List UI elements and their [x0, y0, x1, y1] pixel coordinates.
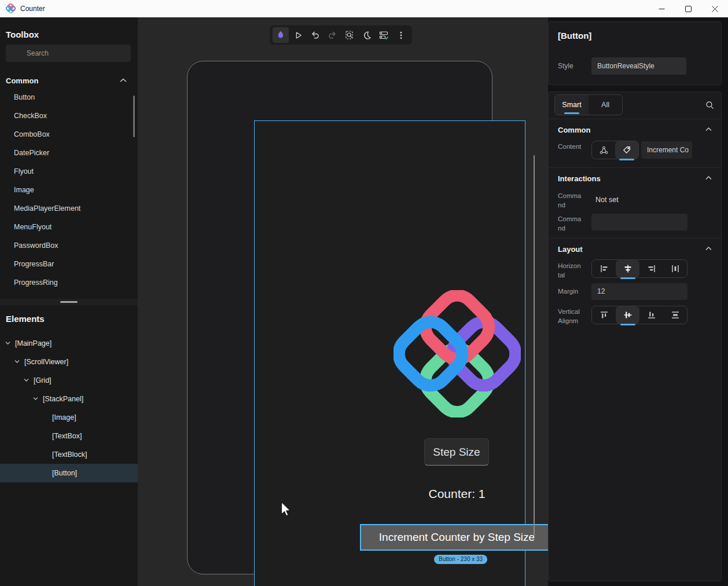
command-input-field[interactable] [591, 214, 687, 230]
checklist-icon [378, 30, 389, 41]
align-stretch-button[interactable] [663, 260, 687, 277]
search-icon [705, 100, 715, 110]
tree-item-scrollviewer[interactable]: [ScrollViewer] [0, 353, 138, 371]
binding-icon [599, 145, 609, 155]
command-label: Command [558, 215, 582, 233]
app-logo-icon [6, 3, 16, 13]
toolbox-item-combobox[interactable]: ComboBox [0, 125, 138, 144]
toolbox-item-progressring[interactable]: ProgressRing [0, 273, 138, 292]
command-label: Command [558, 192, 582, 210]
section-common-header[interactable]: Common [558, 126, 590, 134]
tree-item-mainpage[interactable]: [MainPage] [0, 334, 138, 353]
play-button[interactable] [290, 27, 306, 43]
style-value-field[interactable]: ButtonRevealStyle [591, 57, 686, 75]
tree-item-button-selected[interactable]: [Button] [0, 464, 138, 482]
app-window: Counter Toolbox Common Button CheckBox C… [0, 0, 728, 586]
close-button[interactable] [701, 0, 728, 17]
inspect-element-button[interactable] [341, 27, 358, 43]
toolbox-item-menuflyout[interactable]: MenuFlyout [0, 218, 138, 236]
valign-stretch-button[interactable] [663, 306, 687, 324]
properties-search-button[interactable] [701, 98, 718, 112]
uno-logo-image[interactable] [394, 290, 521, 417]
toolbox-item-mediaplayerelement[interactable]: MediaPlayerElement [0, 199, 138, 218]
tab-all-label: All [601, 101, 609, 109]
tree-item-textbox[interactable]: [TextBox] [0, 427, 138, 445]
toolbox-item-image[interactable]: Image [0, 181, 138, 199]
section-interactions-header[interactable]: Interactions [558, 174, 601, 183]
kebab-menu-icon [396, 31, 406, 40]
valign-center-button[interactable] [616, 306, 639, 324]
toolbox-item-passwordbox[interactable]: PasswordBox [0, 236, 138, 255]
undo-button[interactable] [307, 27, 323, 43]
align-left-button[interactable] [592, 260, 616, 277]
content-label: Content [558, 142, 582, 152]
chevron-up-icon[interactable] [705, 246, 712, 251]
canvas-scrollbar[interactable] [534, 155, 535, 536]
section-layout-header[interactable]: Layout [558, 245, 583, 254]
toolbox-item-progressbar[interactable]: ProgressBar [0, 255, 138, 273]
properties-tab-group: Smart All [554, 94, 623, 115]
content-literal-button[interactable] [615, 141, 638, 159]
design-toolbar [270, 25, 412, 45]
align-right-icon [647, 264, 656, 273]
content-binding-button[interactable] [592, 141, 615, 159]
tree-item-label: [Grid] [34, 371, 52, 390]
valign-bottom-button[interactable] [639, 306, 663, 324]
design-canvas[interactable]: Step Size Counter: 1 Increment Counter b… [138, 17, 548, 586]
toolbox-item-checkbox[interactable]: CheckBox [0, 107, 138, 125]
valign-top-icon [600, 310, 609, 320]
valign-bottom-icon [647, 310, 656, 320]
tab-all[interactable]: All [589, 95, 622, 115]
divider [549, 119, 721, 119]
more-options-button[interactable] [393, 27, 409, 43]
properties-panel: [Button] Style ButtonRevealStyle Smart A… [548, 17, 728, 586]
hot-reload-flame-button[interactable] [273, 27, 289, 43]
horizontal-alignment-label: Horizontal [558, 262, 582, 280]
valign-top-button[interactable] [592, 306, 616, 324]
chevron-down-icon[interactable] [32, 396, 39, 401]
minimize-button[interactable] [648, 0, 675, 17]
chevron-down-icon[interactable] [14, 359, 20, 364]
undo-icon [310, 30, 320, 40]
redo-icon [328, 30, 337, 40]
selected-alignment-indicator [620, 277, 635, 279]
validation-button[interactable] [376, 27, 392, 43]
page-selection-outline[interactable]: Step Size Counter: 1 Increment Counter b… [254, 120, 525, 586]
chevron-up-icon[interactable] [705, 175, 712, 181]
panel-splitter[interactable] [0, 299, 138, 305]
margin-label: Margin [558, 287, 582, 296]
margin-field[interactable]: 12 [591, 283, 687, 300]
toolbox-item-button[interactable]: Button [0, 88, 138, 107]
command-value[interactable]: Not set [595, 196, 619, 204]
size-badge: Button - 230 x 33 [434, 555, 487, 564]
tab-smart[interactable]: Smart [555, 95, 589, 115]
increment-counter-button[interactable]: Increment Counter by Step Size [361, 525, 553, 550]
align-right-button[interactable] [639, 260, 663, 277]
horizontal-alignment-group [591, 259, 687, 278]
tree-item-grid[interactable]: [Grid] [0, 371, 138, 390]
elements-tree: [MainPage] [ScrollViewer] [Grid] [StackP… [0, 334, 138, 482]
toolbox-search-input[interactable] [6, 45, 131, 62]
tree-item-stackpanel[interactable]: [StackPanel] [0, 390, 138, 408]
chevron-up-icon[interactable] [119, 78, 127, 83]
chevron-up-icon[interactable] [705, 127, 712, 132]
step-size-textbox[interactable]: Step Size [424, 438, 489, 466]
chevron-down-icon[interactable] [5, 340, 11, 345]
toolbox-scrollbar[interactable] [133, 96, 135, 137]
maximize-button[interactable] [675, 0, 701, 17]
content-value-field[interactable]: Increment Co [641, 141, 692, 159]
chevron-down-icon[interactable] [23, 378, 30, 382]
flame-icon [275, 30, 286, 41]
divider [549, 167, 721, 168]
theme-toggle-button[interactable] [359, 27, 375, 43]
tree-item-label: [Image] [52, 408, 76, 427]
tree-item-image[interactable]: [Image] [0, 408, 138, 427]
tree-item-textblock[interactable]: [TextBlock] [0, 445, 138, 464]
redo-button[interactable] [324, 27, 340, 43]
toolbox-item-datepicker[interactable]: DatePicker [0, 144, 138, 162]
align-center-button[interactable] [616, 260, 639, 277]
tree-item-label: [StackPanel] [43, 390, 83, 408]
toolbox-item-flyout[interactable]: Flyout [0, 162, 138, 181]
elements-title: Elements [6, 314, 45, 324]
toolbox-section-common[interactable]: Common [6, 76, 38, 85]
